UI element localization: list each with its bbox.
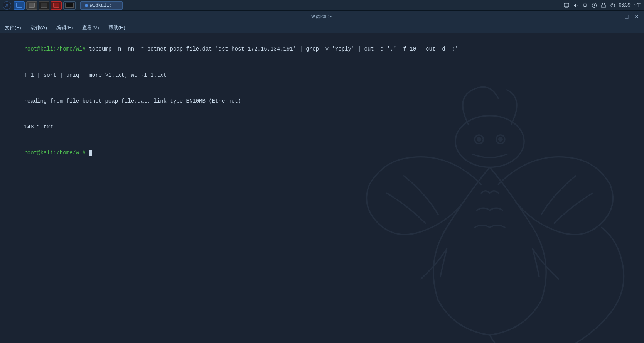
menu-view[interactable]: 查看(V) <box>81 24 100 32</box>
menu-file[interactable]: 文件(F) <box>3 24 23 32</box>
output-text-2: 148 1.txt <box>24 124 53 130</box>
maximize-button[interactable]: □ <box>622 13 631 20</box>
lock-icon[interactable] <box>600 2 607 8</box>
power-icon[interactable] <box>610 2 616 8</box>
monitor-icon[interactable] <box>563 2 570 8</box>
terminal-output-1: reading from file botnet_pcap_file.dat, … <box>5 88 639 114</box>
kali-logo-icon <box>3 1 11 10</box>
kali-logo-button[interactable] <box>2 1 12 10</box>
taskbar-right: 06:39 下午 <box>563 2 644 8</box>
menu-edit[interactable]: 编辑(E) <box>55 24 74 32</box>
terminal-tab[interactable]: wl@kali: ~ <box>80 1 123 10</box>
menu-help[interactable]: 帮助(H) <box>107 24 127 32</box>
terminal-tab-label: wl@kali: ~ <box>90 3 118 8</box>
svg-line-10 <box>594 5 595 6</box>
window-titlebar: wl@kali: ~ ─ □ ✕ <box>0 11 644 22</box>
speaker-icon[interactable] <box>573 2 579 8</box>
window-controls: ─ □ ✕ <box>612 13 641 20</box>
window-title: wl@kali: ~ <box>311 14 332 19</box>
desktop-3-button[interactable] <box>39 1 49 10</box>
svg-rect-11 <box>602 5 605 8</box>
cursor <box>89 150 92 156</box>
prompt-user-2: root@kali:/home/wl# <box>24 150 89 156</box>
desktop-4-button[interactable] <box>51 1 62 10</box>
terminal-command-line: root@kali:/home/wl# tcpdump -n -nn -r bo… <box>5 36 639 62</box>
close-button[interactable]: ✕ <box>632 13 641 20</box>
output-text-1: reading from file botnet_pcap_file.dat, … <box>24 98 241 104</box>
taskbar-left: wl@kali: ~ <box>0 1 123 10</box>
command-text: tcpdump -n -nn -r botnet_pcap_file.dat '… <box>86 46 465 52</box>
menu-action[interactable]: 动作(A) <box>29 24 49 32</box>
desktop-1-button[interactable] <box>14 1 25 10</box>
terminal-window: wl@kali: ~ ─ □ ✕ 文件(F) 动作(A) 编辑(E) 查看(V)… <box>0 11 644 343</box>
clock: 06:39 下午 <box>619 2 641 8</box>
bell-icon[interactable] <box>582 2 588 8</box>
update-icon[interactable] <box>591 2 597 8</box>
terminal-command-continuation: f 1 | sort | uniq | more >1.txt; wc -l 1… <box>5 62 639 88</box>
taskbar: wl@kali: ~ 06:39 下午 <box>0 0 644 11</box>
terminal-body[interactable]: root@kali:/home/wl# tcpdump -n -nn -r bo… <box>0 33 644 343</box>
terminal-output-2: 148 1.txt <box>5 114 639 140</box>
terminal-prompt-line[interactable]: root@kali:/home/wl# <box>5 140 639 166</box>
menubar: 文件(F) 动作(A) 编辑(E) 查看(V) 帮助(H) <box>0 22 644 33</box>
svg-marker-6 <box>574 3 576 7</box>
monitor-button[interactable] <box>63 1 76 10</box>
svg-rect-2 <box>564 3 569 7</box>
command-continuation-text: f 1 | sort | uniq | more >1.txt; wc -l 1… <box>24 72 167 78</box>
desktop-2-button[interactable] <box>26 1 37 10</box>
tab-indicator <box>85 4 88 7</box>
svg-point-1 <box>6 5 8 6</box>
prompt-user: root@kali:/home/wl# <box>24 46 86 52</box>
minimize-button[interactable]: ─ <box>612 13 621 20</box>
